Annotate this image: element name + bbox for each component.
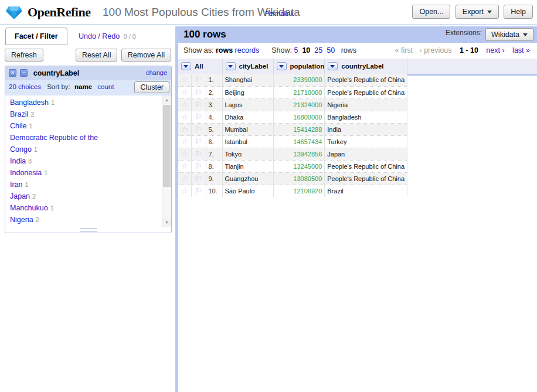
star-icon[interactable]: ☆ bbox=[181, 149, 188, 158]
flag-icon[interactable]: ⚐ bbox=[195, 75, 202, 84]
country-cell[interactable]: People's Republic of China bbox=[325, 74, 407, 86]
wikidata-extension-button[interactable]: Wikidata bbox=[485, 28, 533, 41]
city-cell[interactable]: Guangzhou bbox=[222, 172, 273, 185]
facet-choice-label[interactable]: India bbox=[10, 157, 26, 165]
flag-cell[interactable]: ⚐ bbox=[191, 111, 206, 123]
show-as-records-option[interactable]: records bbox=[235, 46, 260, 54]
star-cell[interactable]: ☆ bbox=[178, 123, 191, 135]
facet-choice-label[interactable]: Brazil bbox=[10, 110, 28, 118]
facet-choice-label[interactable]: Democratic Republic of the Congo bbox=[10, 134, 98, 154]
flag-cell[interactable]: ⚐ bbox=[191, 74, 206, 86]
star-icon[interactable]: ☆ bbox=[181, 186, 188, 195]
population-cell[interactable]: 13245000 bbox=[273, 160, 325, 172]
country-cell[interactable]: Brazil bbox=[325, 185, 407, 197]
scroll-up-icon[interactable]: ▲ bbox=[162, 96, 171, 104]
facet-choice-label[interactable]: Manchukuo bbox=[10, 204, 48, 212]
open-button[interactable]: Open... bbox=[412, 5, 450, 19]
facet-choice-label[interactable]: Chile bbox=[10, 122, 27, 130]
page-size-option-5[interactable]: 5 bbox=[294, 46, 298, 54]
flag-cell[interactable]: ⚐ bbox=[191, 135, 206, 148]
facet-choice-label[interactable]: Iran bbox=[10, 180, 23, 189]
population-cell[interactable]: 23390000 bbox=[273, 74, 325, 86]
city-cell[interactable]: Beijing bbox=[222, 86, 273, 98]
column-dropdown-icon[interactable] bbox=[226, 62, 236, 70]
star-cell[interactable]: ☆ bbox=[178, 160, 191, 172]
flag-icon[interactable]: ⚐ bbox=[195, 113, 202, 121]
tab-undo-redo[interactable]: Undo / Redo bbox=[79, 32, 120, 40]
star-cell[interactable]: ☆ bbox=[178, 135, 191, 148]
city-cell[interactable]: São Paulo bbox=[222, 185, 273, 197]
country-cell[interactable]: Bangladesh bbox=[325, 111, 407, 123]
flag-cell[interactable]: ⚐ bbox=[191, 123, 206, 135]
facet-choice-label[interactable]: Nigeria bbox=[10, 216, 33, 224]
star-cell[interactable]: ☆ bbox=[178, 74, 191, 86]
flag-icon[interactable]: ⚐ bbox=[195, 100, 202, 109]
scrollbar-thumb[interactable] bbox=[163, 105, 171, 187]
page-size-option-50[interactable]: 50 bbox=[327, 46, 335, 54]
country-cell[interactable]: Turkey bbox=[325, 135, 407, 148]
country-cell[interactable]: Nigeria bbox=[325, 98, 407, 111]
star-icon[interactable]: ☆ bbox=[181, 162, 188, 171]
population-cell[interactable]: 16800000 bbox=[273, 111, 325, 123]
reset-all-button[interactable]: Reset All bbox=[76, 49, 117, 62]
flag-icon[interactable]: ⚐ bbox=[195, 186, 202, 195]
remove-all-button[interactable]: Remove All bbox=[121, 49, 171, 62]
population-cell[interactable]: 13942856 bbox=[273, 148, 325, 160]
scroll-down-icon[interactable]: ▼ bbox=[162, 218, 171, 227]
country-cell[interactable]: People's Republic of China bbox=[325, 160, 407, 172]
column-dropdown-icon[interactable] bbox=[328, 62, 338, 70]
star-icon[interactable]: ☆ bbox=[181, 113, 188, 121]
country-cell[interactable]: People's Republic of China bbox=[325, 86, 407, 98]
flag-icon[interactable]: ⚐ bbox=[195, 88, 202, 97]
star-icon[interactable]: ☆ bbox=[181, 137, 188, 146]
flag-icon[interactable]: ⚐ bbox=[195, 174, 202, 183]
flag-icon[interactable]: ⚐ bbox=[195, 162, 202, 171]
flag-cell[interactable]: ⚐ bbox=[191, 148, 206, 160]
facet-resize-handle[interactable] bbox=[5, 227, 171, 233]
permalink-link[interactable]: Permalink bbox=[265, 10, 294, 17]
tab-facet-filter[interactable]: Facet / Filter bbox=[5, 28, 67, 45]
star-icon[interactable]: ☆ bbox=[181, 125, 188, 134]
column-dropdown-icon[interactable] bbox=[277, 62, 287, 70]
city-cell[interactable]: Istanbul bbox=[222, 135, 273, 148]
star-icon[interactable]: ☆ bbox=[181, 174, 188, 183]
star-icon[interactable]: ☆ bbox=[181, 100, 188, 109]
star-icon[interactable]: ☆ bbox=[181, 88, 188, 97]
facet-scrollbar[interactable]: ▲ ▼ bbox=[162, 96, 171, 227]
city-cell[interactable]: Lagos bbox=[222, 98, 273, 111]
flag-icon[interactable]: ⚐ bbox=[195, 125, 202, 134]
facet-close-icon[interactable]: × bbox=[9, 69, 16, 77]
city-cell[interactable]: Dhaka bbox=[222, 111, 273, 123]
population-cell[interactable]: 12106920 bbox=[273, 185, 325, 197]
next-page-link[interactable]: next › bbox=[486, 46, 504, 54]
facet-choice-label[interactable]: Bangladesh bbox=[10, 98, 49, 107]
show-as-rows-option[interactable]: rows bbox=[216, 46, 233, 54]
star-cell[interactable]: ☆ bbox=[178, 172, 191, 185]
last-page-link[interactable]: last » bbox=[512, 46, 530, 54]
city-cell[interactable]: Mumbai bbox=[222, 123, 273, 135]
facet-minimize-icon[interactable]: − bbox=[20, 69, 28, 77]
sort-by-name-option[interactable]: name bbox=[74, 83, 92, 90]
star-cell[interactable]: ☆ bbox=[178, 111, 191, 123]
population-cell[interactable]: 14657434 bbox=[273, 135, 325, 148]
city-cell[interactable]: Tokyo bbox=[222, 148, 273, 160]
population-cell[interactable]: 15414288 bbox=[273, 123, 325, 135]
column-dropdown-icon[interactable] bbox=[181, 62, 191, 70]
population-cell[interactable]: 21324000 bbox=[273, 98, 325, 111]
export-button[interactable]: Export bbox=[456, 5, 499, 19]
facet-change-link[interactable]: change bbox=[146, 69, 167, 76]
star-cell[interactable]: ☆ bbox=[178, 185, 191, 197]
flag-icon[interactable]: ⚐ bbox=[195, 149, 202, 158]
help-button[interactable]: Help bbox=[504, 5, 533, 19]
page-size-option-10[interactable]: 10 bbox=[302, 46, 310, 54]
flag-cell[interactable]: ⚐ bbox=[191, 160, 206, 172]
city-cell[interactable]: Shanghai bbox=[222, 74, 273, 86]
city-cell[interactable]: Tianjin bbox=[222, 160, 273, 172]
flag-cell[interactable]: ⚐ bbox=[191, 172, 206, 185]
flag-icon[interactable]: ⚐ bbox=[195, 137, 202, 146]
population-cell[interactable]: 21710000 bbox=[273, 86, 325, 98]
country-cell[interactable]: India bbox=[325, 123, 407, 135]
star-icon[interactable]: ☆ bbox=[181, 75, 188, 84]
refresh-button[interactable]: Refresh bbox=[5, 49, 43, 62]
page-size-option-25[interactable]: 25 bbox=[314, 46, 322, 54]
